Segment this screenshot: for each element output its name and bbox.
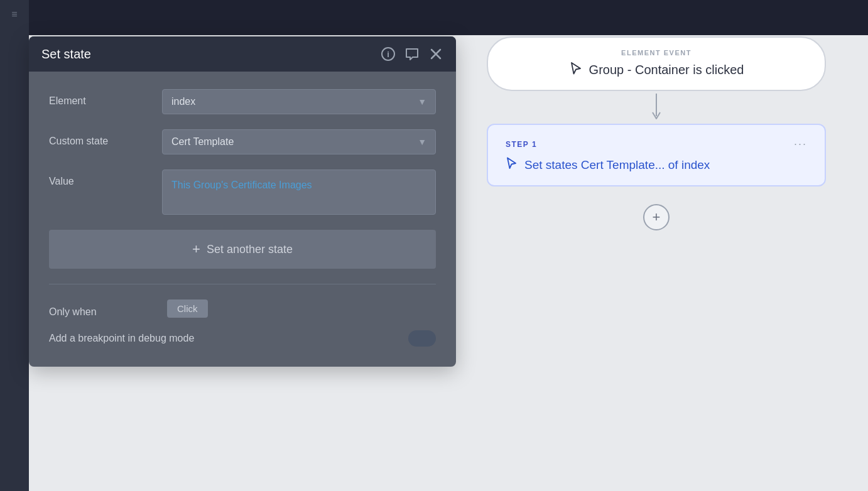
event-card-label: ELEMENT EVENT — [511, 49, 802, 57]
value-row: Value This Group's Certificate Images — [49, 170, 436, 215]
top-bar — [0, 0, 868, 35]
event-card: ELEMENT EVENT Group - Container is click… — [487, 36, 826, 91]
modal-body: Element index ▼ Custom state Cert Templa… — [29, 72, 456, 367]
modal-header: Set state i — [29, 36, 456, 72]
only-when-row: Only when Click — [49, 284, 436, 318]
close-icon[interactable] — [428, 46, 443, 62]
plus-icon: + — [192, 241, 200, 257]
custom-state-label: Custom state — [49, 129, 162, 147]
value-control: This Group's Certificate Images — [162, 170, 436, 215]
custom-state-select[interactable]: Cert Template ▼ — [162, 129, 436, 154]
step-more-icon[interactable]: ··· — [794, 138, 807, 151]
cursor-icon — [569, 62, 583, 78]
value-label: Value — [49, 170, 162, 187]
comment-icon[interactable] — [404, 46, 420, 62]
add-step-wrap: + — [643, 186, 670, 230]
value-input[interactable]: This Group's Certificate Images — [162, 170, 436, 215]
sidebar-strip: ≡ — [0, 0, 29, 491]
set-state-modal: Set state i Eleme — [29, 36, 456, 367]
element-select[interactable]: index ▼ — [162, 89, 436, 114]
svg-text:i: i — [387, 50, 389, 59]
arrow-down-icon — [650, 91, 663, 124]
add-step-button[interactable]: + — [643, 204, 670, 230]
element-label: Element — [49, 89, 162, 107]
event-card-content: Group - Container is clicked — [511, 62, 802, 78]
step-text: Set states Cert Template... of index — [524, 158, 710, 172]
only-when-label: Only when — [49, 300, 162, 318]
element-control: index ▼ — [162, 89, 436, 114]
click-badge[interactable]: Click — [167, 299, 208, 318]
element-select-value: index — [171, 96, 195, 107]
step-header: STEP 1 ··· — [506, 138, 807, 151]
right-panel: ELEMENT EVENT Group - Container is click… — [474, 36, 838, 230]
modal-title: Set state — [41, 47, 91, 62]
breakpoint-toggle[interactable] — [408, 330, 436, 347]
step-content: Set states Cert Template... of index — [506, 157, 807, 173]
step-cursor-icon — [506, 157, 518, 173]
breakpoint-label: Add a breakpoint in debug mode — [49, 333, 194, 344]
set-another-state-button[interactable]: + Set another state — [49, 230, 436, 269]
event-text: Group - Container is clicked — [589, 63, 744, 77]
breakpoint-row: Add a breakpoint in debug mode — [49, 330, 436, 347]
set-another-state-label: Set another state — [207, 243, 293, 256]
value-text: This Group's Certificate Images — [171, 180, 312, 190]
add-icon: + — [653, 209, 661, 225]
modal-header-icons: i — [381, 46, 443, 62]
step-label: STEP 1 — [506, 140, 537, 149]
custom-state-chevron-icon: ▼ — [418, 137, 426, 147]
step-card: STEP 1 ··· Set states Cert Template... o… — [487, 124, 826, 186]
custom-state-value: Cert Template — [171, 136, 234, 148]
element-row: Element index ▼ — [49, 89, 436, 114]
custom-state-control: Cert Template ▼ — [162, 129, 436, 154]
element-chevron-icon: ▼ — [418, 97, 426, 107]
sidebar-menu-icon[interactable]: ≡ — [0, 0, 29, 29]
info-icon[interactable]: i — [381, 46, 396, 62]
custom-state-row: Custom state Cert Template ▼ — [49, 129, 436, 154]
